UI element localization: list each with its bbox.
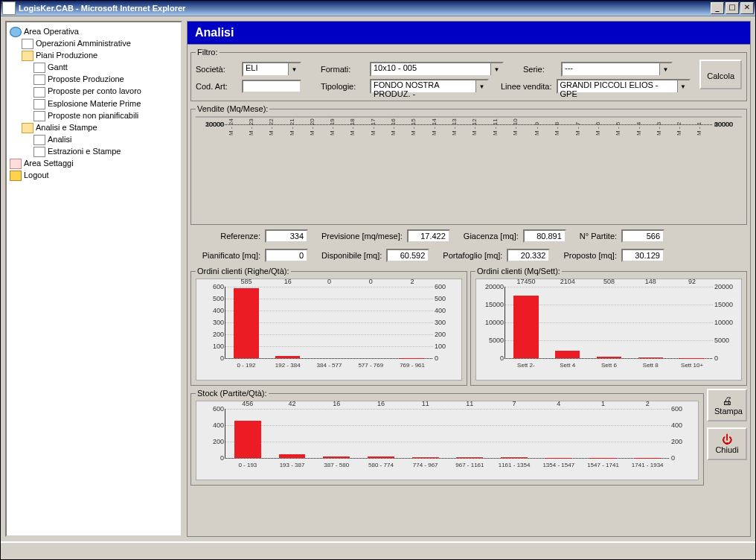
tipologie-label: Tipologie: — [321, 82, 365, 91]
tree-nonplan[interactable]: Proposte non pianificabili — [33, 109, 179, 121]
formati-select[interactable]: 10x10 - 005▼ — [370, 62, 504, 77]
tree-prod[interactable]: Piani Produzione Gantt Proposte Produzio… — [22, 49, 179, 121]
prev-value: 17.422 — [407, 229, 450, 243]
ord-righe-chart: 0010010020020030030040040050050060060058… — [196, 279, 462, 381]
vendite-legend: Vendite (Mq/Mese): — [196, 104, 269, 113]
linee-label: Linee vendita: — [501, 82, 552, 91]
referenze-value: 334 — [265, 229, 308, 243]
tree-gantt[interactable]: Gantt — [33, 61, 179, 73]
tree-estrazioni[interactable]: Estrazioni e Stampe — [33, 145, 179, 157]
tree-conto[interactable]: Proposte per conto lavoro — [33, 85, 179, 97]
ord-righe-group: Ordini clienti (Righe/Qtà): 001001002002… — [190, 267, 467, 386]
tree-root[interactable]: Area Operativa Operazioni Amministrative… — [10, 25, 179, 157]
close-button[interactable]: ✕ — [740, 2, 754, 14]
referenze-label: Referenze: — [193, 232, 260, 241]
filter-group: Filtro: Società: ELI▼ Formati: 10x10 - 0… — [190, 48, 747, 101]
prev-label: Previsione [mq/mese]: — [321, 232, 403, 241]
doc-icon — [33, 147, 45, 157]
doc-icon — [33, 87, 45, 98]
linee-select[interactable]: GRANDI PICCOLI ELIOS - GPE▼ — [557, 79, 691, 94]
chevron-down-icon: ▼ — [677, 80, 689, 92]
serie-select[interactable]: ---▼ — [561, 62, 673, 77]
doc-icon — [33, 74, 45, 85]
tipologie-select[interactable]: FONDO NOSTRA PRODUZ. -▼ — [370, 79, 489, 94]
power-icon: ⏻ — [714, 433, 740, 445]
serie-label: Serie: — [523, 65, 557, 74]
stock-group: Stock (Partite/Qtà): 0020020040040060060… — [190, 389, 704, 486]
giac-value: 80.891 — [523, 229, 566, 243]
port-value: 20.332 — [507, 249, 550, 262]
folder-icon — [22, 123, 33, 133]
page-title: Analisi — [187, 21, 751, 45]
window-title: LogisKer.CAB - Microsoft Internet Explor… — [19, 4, 185, 13]
app-icon — [2, 1, 16, 15]
chiudi-button[interactable]: ⏻ Chiudi — [707, 427, 747, 460]
chevron-down-icon: ▼ — [475, 80, 487, 92]
gear-icon — [10, 159, 22, 169]
codart-label: Cod. Art: — [196, 82, 237, 91]
statusbar — [1, 541, 755, 559]
metrics-row: Referenze:334 Previsione [mq/mese]:17.42… — [190, 228, 747, 244]
stock-legend: Stock (Partite/Qtà): — [196, 389, 269, 398]
societa-select[interactable]: ELI▼ — [242, 62, 301, 77]
chevron-down-icon: ▼ — [659, 63, 671, 75]
disp-value: 60.592 — [386, 249, 429, 262]
main-panel: Analisi Filtro: Società: ELI▼ Formati: 1… — [187, 21, 751, 537]
doc-icon — [33, 99, 45, 109]
npart-value: 566 — [621, 229, 664, 243]
giac-label: Giacenza [mq]: — [464, 232, 519, 241]
ord-righe-legend: Ordini clienti (Righe/Qtà): — [196, 267, 291, 276]
doc-icon — [33, 111, 45, 121]
stock-chart: 002002004004006006004560 - 19342193 - 38… — [196, 401, 699, 480]
ord-mq-legend: Ordini clienti (Mq/Sett): — [475, 267, 562, 276]
tree-analisi[interactable]: Analisi — [33, 133, 179, 145]
doc-icon — [22, 39, 33, 49]
folder-icon — [22, 51, 33, 61]
titlebar: LogisKer.CAB - Microsoft Internet Explor… — [1, 1, 755, 16]
maximize-button[interactable]: □ — [725, 2, 739, 14]
port-label: Portafoglio [mq]: — [443, 251, 502, 260]
filter-legend: Filtro: — [196, 48, 220, 57]
doc-icon — [33, 63, 45, 73]
calcola-button[interactable]: Calcola — [699, 60, 742, 89]
page-body: Filtro: Società: ELI▼ Formati: 10x10 - 0… — [187, 45, 751, 537]
codart-input[interactable] — [242, 80, 301, 93]
tree-settaggi[interactable]: Area Settaggi — [10, 157, 179, 169]
stampa-button[interactable]: 🖨 Stampa — [707, 389, 747, 421]
minimize-button[interactable]: _ — [711, 2, 724, 14]
client-area: Area Operativa Operazioni Amministrative… — [1, 16, 755, 541]
mid-charts: Ordini clienti (Righe/Qtà): 001001002002… — [190, 267, 747, 386]
world-icon — [10, 27, 22, 37]
societa-label: Società: — [196, 65, 237, 74]
tree-logout[interactable]: Logout — [10, 169, 179, 181]
metrics-row2: Pianificato [mq]:0 Disponibile [mq]:60.5… — [190, 247, 747, 264]
prop-value: 30.129 — [621, 249, 664, 262]
tree-analstamp[interactable]: Analisi e Stampe Analisi Estrazioni e St… — [22, 121, 179, 157]
vendite-chart: 00100001000020000200003000030000M - 24M … — [196, 116, 742, 118]
ord-mq-group: Ordini clienti (Mq/Sett): 00500050001000… — [470, 267, 747, 386]
action-buttons: 🖨 Stampa ⏻ Chiudi — [707, 389, 747, 486]
ord-mq-chart: 0050005000100001000015000150002000020000… — [475, 279, 742, 381]
chevron-down-icon: ▼ — [288, 63, 300, 75]
nav-tree[interactable]: Area Operativa Operazioni Amministrative… — [5, 21, 182, 537]
pian-value: 0 — [265, 249, 308, 262]
bottom-row: Stock (Partite/Qtà): 0020020040040060060… — [190, 389, 747, 486]
tree-materie[interactable]: Esplosione Materie Prime — [33, 98, 179, 109]
prop-label: Proposto [mq]: — [563, 251, 617, 260]
formati-label: Formati: — [321, 65, 365, 74]
pian-label: Pianificato [mq]: — [193, 251, 260, 260]
tree-ops[interactable]: Operazioni Amministrative — [22, 37, 179, 49]
doc-icon — [33, 135, 45, 145]
printer-icon: 🖨 — [714, 395, 740, 407]
app-window: LogisKer.CAB - Microsoft Internet Explor… — [0, 0, 756, 560]
disp-label: Disponibile [mq]: — [321, 251, 382, 260]
key-icon — [10, 171, 22, 181]
chevron-down-icon: ▼ — [490, 63, 502, 75]
tree-proposte[interactable]: Proposte Produzione — [33, 73, 179, 85]
npart-label: N° Partite: — [580, 232, 617, 241]
vendite-group: Vendite (Mq/Mese): 001000010000200002000… — [190, 104, 747, 225]
